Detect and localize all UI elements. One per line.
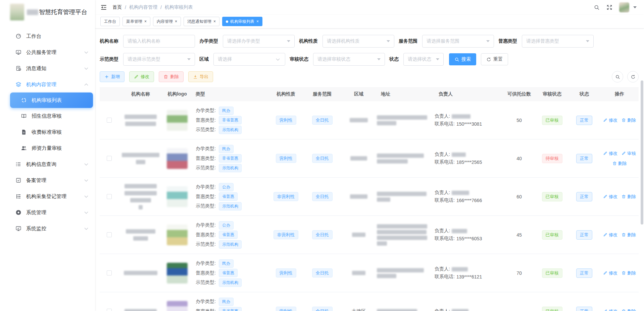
redacted-text <box>452 152 466 157</box>
tab-label: 机构审核列表 <box>230 19 254 24</box>
edit-link[interactable]: 修改 <box>603 194 617 200</box>
sidebar-item-org-info-query[interactable]: 机构信息查询 <box>0 156 95 172</box>
edit-link[interactable]: 修改 <box>603 308 617 311</box>
chevron-down-icon <box>84 67 88 70</box>
nature-tag: 营利性 <box>276 268 296 277</box>
phone-label: 联系电话: <box>435 274 455 280</box>
edit-link[interactable]: 修改 <box>603 117 617 123</box>
benefit-type-tag: 省普惠 <box>219 231 238 239</box>
filter-form: 机构名称请输入机构名称办学类型请选择办学类型机构性质请选择机构性质服务范围请选择… <box>100 35 639 66</box>
edit-link[interactable]: 修改 <box>603 150 617 157</box>
school-type-tag: 公办 <box>219 183 234 191</box>
delete-link[interactable]: 删除 <box>612 161 627 167</box>
tab-menu-mgmt[interactable]: 菜单管理× <box>122 17 150 26</box>
sidebar-item-public-service[interactable]: 公共服务管理 <box>0 44 95 60</box>
edit-link[interactable]: 修改 <box>603 232 617 238</box>
tab-close-icon[interactable]: × <box>175 19 177 23</box>
breadcrumb-item[interactable]: 首页 <box>112 4 122 10</box>
leader-cell: 负责人:联系电话:185****2565 <box>435 150 502 167</box>
sidebar-item-teacher-audit[interactable]: 师资力量审核 <box>0 140 95 156</box>
column-header: 机构logo <box>163 91 192 97</box>
redacted-text <box>125 122 156 126</box>
service-scope-select[interactable]: 请选择服务范围 <box>422 35 494 48</box>
demo-type-tag: 示范机构 <box>219 164 242 172</box>
edit-icon <box>603 233 607 237</box>
sidebar-item-label: 收费标准审核 <box>32 129 62 135</box>
capacity-value: 50 <box>502 118 536 123</box>
delete-link[interactable]: 删除 <box>622 117 636 123</box>
sidebar-item-system-mgmt[interactable]: 系统管理 <box>0 204 95 221</box>
type-line: 示范类型:示范机构 <box>192 126 268 134</box>
sidebar-item-message-notice[interactable]: 消息通知 <box>0 60 95 76</box>
school-type-select[interactable]: 请选择办学类型 <box>223 35 295 48</box>
sidebar-item-fee-audit[interactable]: 收费标准审核 <box>0 124 95 140</box>
tab-message-mgmt[interactable]: 消息通知管理× <box>184 17 219 26</box>
user-menu-caret-icon[interactable] <box>633 6 637 8</box>
chevron-down-icon <box>84 179 88 182</box>
vertical-scrollbar[interactable] <box>641 80 643 225</box>
filter-field-org-name: 机构名称请输入机构名称 <box>100 35 195 48</box>
org-nature-select[interactable]: 请选择机构性质 <box>323 35 394 48</box>
sidebar-item-filing-mgmt[interactable]: 备案管理 <box>0 172 95 188</box>
row-checkbox[interactable] <box>107 270 112 275</box>
fullscreen-icon[interactable] <box>606 4 612 10</box>
audit-status-badge: 已审核 <box>542 192 562 201</box>
sidebar-item-org-audit-list[interactable]: 机构审核列表 <box>10 92 93 108</box>
row-checkbox[interactable] <box>107 156 112 161</box>
status-select[interactable]: 请选择状态 <box>403 53 444 66</box>
tab-close-icon[interactable]: × <box>213 19 216 23</box>
org-name-input[interactable]: 请输入机构名称 <box>123 35 195 48</box>
sidebar-item-enroll-audit[interactable]: 招生信息审核 <box>0 108 95 124</box>
org-logo-image <box>167 301 188 311</box>
demo-type-tag: 示范机构 <box>219 240 242 249</box>
sidebar-item-org-collect[interactable]: 机构采集登记管理 <box>0 188 95 204</box>
row-checkbox[interactable] <box>107 232 112 237</box>
sidebar-menu: 工作台公共服务管理消息通知机构内容管理机构审核列表招生信息审核收费标准审核师资力… <box>0 24 95 237</box>
tab-label: 内容管理 <box>157 19 173 24</box>
row-checkbox[interactable] <box>107 194 112 199</box>
demo-type-select[interactable]: 请选择示范类型 <box>123 53 195 66</box>
tab-content-mgmt[interactable]: 内容管理× <box>153 17 181 26</box>
export-button[interactable]: 导出 <box>188 71 213 82</box>
users-icon <box>21 145 27 151</box>
capacity-value: 45 <box>502 232 536 238</box>
redacted-text <box>377 197 390 202</box>
app-logo: 智慧托育管理平台 <box>0 0 95 24</box>
benefit-type-select[interactable]: 请选择普惠类型 <box>522 35 594 48</box>
delete-link[interactable]: 删除 <box>622 308 636 311</box>
sidebar-item-org-content[interactable]: 机构内容管理 <box>0 76 95 92</box>
sidebar-item-system-monitor[interactable]: 系统监控 <box>0 221 95 237</box>
delete-link[interactable]: 删除 <box>622 194 636 200</box>
row-checkbox[interactable] <box>107 309 112 311</box>
avatar[interactable] <box>619 2 629 12</box>
nature-tag: 非营利性 <box>274 230 298 239</box>
sidebar-item-workbench[interactable]: 工作台 <box>0 28 95 44</box>
action-label: 修改 <box>609 150 617 157</box>
tab-close-icon[interactable]: × <box>256 19 259 23</box>
caret-down-icon <box>586 40 589 42</box>
table-search-button[interactable] <box>612 71 623 82</box>
reset-button[interactable]: 重置 <box>481 53 508 65</box>
search-icon[interactable] <box>594 4 600 10</box>
tab-workbench[interactable]: 工作台 <box>100 17 120 26</box>
region-select[interactable]: 请选择 <box>213 53 285 66</box>
audit-link[interactable]: 审核 <box>622 150 636 157</box>
audit-status-select[interactable]: 请选择审核状态 <box>313 53 385 66</box>
row-checkbox[interactable] <box>107 118 112 123</box>
phone-label: 联系电话: <box>435 121 455 127</box>
export-button-label: 导出 <box>200 74 208 80</box>
delete-link[interactable]: 删除 <box>622 270 636 276</box>
breadcrumb-separator: / <box>125 5 126 10</box>
edit-link[interactable]: 修改 <box>603 270 617 276</box>
edit-button[interactable]: 修改 <box>129 71 154 82</box>
tab-org-audit-list[interactable]: 机构审核列表× <box>222 17 262 26</box>
search-button[interactable]: 搜索 <box>449 53 476 65</box>
delete-link[interactable]: 删除 <box>622 232 636 238</box>
sidebar-collapse-icon[interactable] <box>100 4 107 11</box>
delete-button[interactable]: 删除 <box>159 71 184 82</box>
table-refresh-button[interactable] <box>627 71 639 82</box>
scope-tag: 全日托 <box>312 230 333 239</box>
add-button[interactable]: 新增 <box>100 71 125 82</box>
delete-icon <box>612 161 617 166</box>
tab-close-icon[interactable]: × <box>144 19 147 23</box>
